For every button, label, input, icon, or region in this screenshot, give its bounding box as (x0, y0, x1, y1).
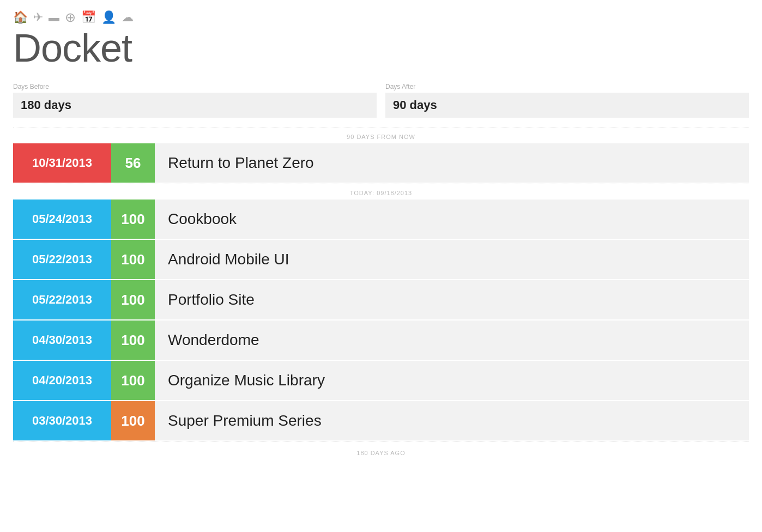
person-icon[interactable]: 👤 (101, 10, 116, 25)
days-before-group: Days Before (13, 83, 377, 118)
icon-bar: 🏠 ✈ ▬ ⊕ 📅 👤 ☁ (13, 10, 749, 25)
table-row[interactable]: 05/22/2013 100 Android Mobile UI (13, 240, 749, 279)
calendar-icon[interactable]: 📅 (81, 10, 96, 25)
days-before-label: Days Before (13, 83, 377, 90)
table-row[interactable]: 04/30/2013 100 Wonderdome (13, 321, 749, 360)
days-after-input[interactable] (385, 93, 749, 118)
table-row[interactable]: 04/20/2013 100 Organize Music Library (13, 361, 749, 400)
task-date: 04/30/2013 (13, 321, 111, 360)
task-date: 05/22/2013 (13, 280, 111, 319)
task-name: Android Mobile UI (155, 240, 749, 279)
task-name: Return to Planet Zero (155, 143, 749, 183)
plane-icon[interactable]: ✈ (33, 10, 43, 25)
box-icon[interactable]: ▬ (49, 11, 59, 24)
home-icon[interactable]: 🏠 (13, 10, 28, 25)
table-row[interactable]: 10/31/2013 56 Return to Planet Zero (13, 143, 749, 183)
days-before-input[interactable] (13, 93, 377, 118)
table-row[interactable]: 03/30/2013 100 Super Premium Series (13, 401, 749, 440)
task-name: Cookbook (155, 200, 749, 239)
task-date: 05/22/2013 (13, 240, 111, 279)
task-score: 100 (111, 200, 155, 239)
task-name: Portfolio Site (155, 280, 749, 319)
task-date: 03/30/2013 (13, 401, 111, 440)
today-separator: TODAY: 09/18/2013 (13, 184, 749, 200)
task-score: 100 (111, 361, 155, 400)
task-score: 56 (111, 143, 155, 183)
task-score: 100 (111, 280, 155, 319)
task-name: Organize Music Library (155, 361, 749, 400)
days-after-label: Days After (385, 83, 749, 90)
plus-icon[interactable]: ⊕ (65, 10, 76, 25)
task-date: 10/31/2013 (13, 143, 111, 183)
task-score: 100 (111, 240, 155, 279)
table-row[interactable]: 05/22/2013 100 Portfolio Site (13, 280, 749, 319)
app-title: Docket (13, 28, 749, 68)
table-row[interactable]: 05/24/2013 100 Cookbook (13, 200, 749, 239)
app-container: 🏠 ✈ ▬ ⊕ 📅 👤 ☁ Docket Days Before Days Af… (0, 0, 762, 532)
task-score: 100 (111, 401, 155, 440)
task-date: 05/24/2013 (13, 200, 111, 239)
days-controls: Days Before Days After (13, 83, 749, 118)
task-date: 04/20/2013 (13, 361, 111, 400)
task-score: 100 (111, 321, 155, 360)
days-after-group: Days After (385, 83, 749, 118)
top-separator: 90 DAYS FROM NOW (13, 128, 749, 143)
bottom-separator: 180 DAYS AGO (13, 442, 749, 460)
task-name: Super Premium Series (155, 401, 749, 440)
cloud-icon[interactable]: ☁ (122, 10, 134, 25)
task-name: Wonderdome (155, 321, 749, 360)
